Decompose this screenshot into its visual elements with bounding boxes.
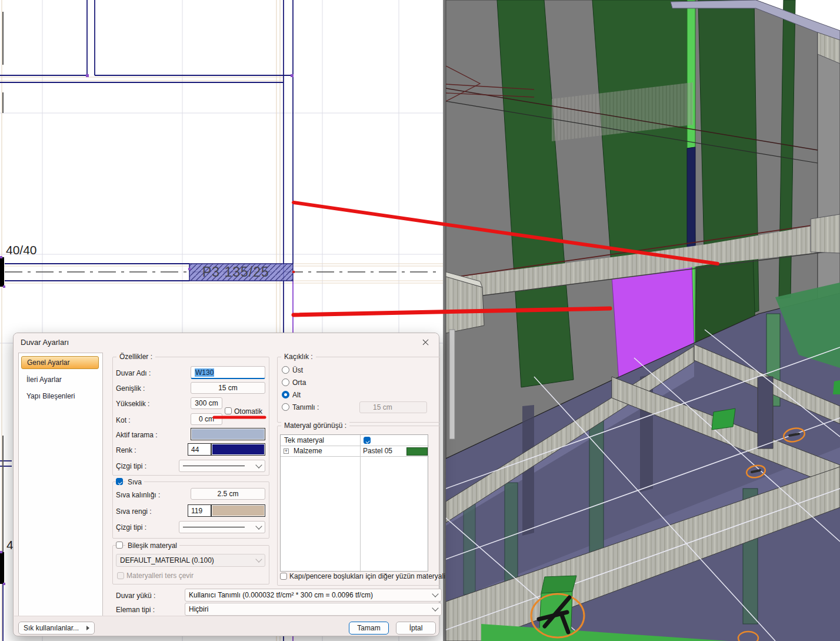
ok-button[interactable]: Tamam — [349, 622, 389, 635]
genislik-input[interactable]: 15 cm — [191, 382, 265, 394]
kaciklik-alt-label: Alt — [292, 391, 301, 399]
kot-input[interactable]: 0 cm — [191, 413, 222, 425]
yukseklik-input[interactable]: 300 cm — [191, 397, 222, 409]
kaciklik-ust-radio[interactable] — [282, 366, 289, 374]
siva-kalinligi-input[interactable]: 2.5 cm — [191, 488, 265, 500]
renk-swatch[interactable] — [211, 443, 265, 456]
line-type-glyph-2 — [183, 527, 245, 527]
chevron-down-icon — [255, 523, 262, 529]
cizgi-tipi-label: Çizgi tipi : — [116, 462, 146, 470]
siva-checkbox[interactable] — [116, 478, 123, 485]
malzeme-label: Malzeme — [294, 447, 322, 455]
arrow-right-icon — [86, 626, 89, 630]
cizgi-tipi-siva-dropdown[interactable] — [179, 521, 265, 533]
tek-materyal-checkbox[interactable] — [364, 437, 371, 444]
group-materyal-title: Materyal görünüşü : — [281, 421, 349, 430]
default-material-dropdown[interactable]: DEFAULT_MATERIAL (0.100) — [116, 554, 265, 567]
kaciklik-ust-label: Üst — [292, 366, 303, 374]
chevron-down-icon — [432, 590, 438, 597]
chevron-down-icon — [432, 605, 438, 611]
wall-section-fill — [0, 257, 4, 287]
kot-label: Kot : — [116, 416, 131, 424]
table-col-divider — [360, 435, 361, 572]
group-kaciklik-title: Kaçıklık : — [281, 353, 316, 361]
cizgi-tipi-dropdown[interactable] — [179, 460, 265, 472]
dim-label-40-40: 40/40 — [6, 243, 37, 257]
duvar-adi-input[interactable]: W130 — [191, 366, 265, 379]
otomatik-label: Otomatik — [234, 407, 262, 416]
dialog-titlebar[interactable]: Duvar Ayarları — [14, 333, 439, 351]
bilesik-materyal-label: Bileşik materyal — [125, 542, 179, 550]
eleman-tipi-label: Eleman tipi : — [116, 606, 155, 614]
malzeme-expander-icon[interactable]: + — [284, 449, 289, 454]
cizgi-tipi-siva-label: Çizgi tipi : — [116, 523, 146, 532]
kaciklik-tanimli-radio[interactable] — [282, 403, 289, 411]
ters-cevir-label: Materyalleri ters çevir — [126, 572, 194, 580]
kaciklik-tanimli-label: Tanımlı : — [292, 403, 319, 411]
chevron-down-icon — [255, 556, 262, 562]
duvar-yuku-label: Duvar yükü : — [116, 592, 155, 600]
pastel05-swatch[interactable] — [406, 447, 428, 456]
kaciklik-alt-radio[interactable] — [282, 391, 289, 398]
siva-rengi-swatch[interactable] — [211, 504, 265, 517]
duvar-adi-label: Duvar Adı : — [116, 369, 151, 377]
table-row-divider-2 — [281, 456, 429, 457]
siva-kalinligi-label: Sıva kalınlığı : — [116, 491, 160, 499]
tanimli-value-input[interactable]: 15 cm — [359, 401, 427, 413]
renk-number[interactable]: 44 — [188, 443, 211, 456]
siva-label: Sıva — [125, 478, 144, 486]
kaciklik-orta-label: Orta — [292, 378, 306, 387]
renk-label: Renk : — [116, 446, 136, 454]
aktif-tarama-label: Aktif tarama : — [116, 431, 158, 439]
diger-yuzun-checkbox[interactable] — [280, 573, 287, 580]
cancel-button[interactable]: İptal — [396, 622, 436, 635]
ters-cevir-checkbox[interactable] — [117, 572, 124, 579]
close-button[interactable] — [416, 336, 434, 348]
yukseklik-label: Yükseklik : — [116, 400, 149, 408]
wall-section-fill-2 — [0, 552, 4, 584]
tek-materyal-label: Tek materyal — [284, 436, 324, 444]
diger-yuzun-label: Kapı/pencere boşlukları için diğer yüzün… — [289, 572, 445, 580]
bilesik-materyal-checkbox[interactable] — [116, 542, 123, 549]
group-ozellikler-title: Özellikler : — [116, 353, 155, 361]
siva-rengi-number[interactable]: 119 — [188, 504, 211, 517]
eleman-tipi-dropdown[interactable]: Hiçbiri — [185, 603, 442, 616]
malzeme-value: Pastel 05 — [363, 447, 392, 455]
table-row-divider — [281, 446, 429, 446]
view-splitter[interactable] — [443, 0, 446, 641]
chevron-down-icon — [255, 461, 262, 468]
nav-item-genel-ayarlar[interactable]: Genel Ayarlar — [21, 356, 99, 369]
kaciklik-orta-radio[interactable] — [282, 378, 289, 386]
dialog-title: Duvar Ayarları — [21, 338, 69, 347]
app-window: P3 135/25 40/40 4 — [0, 0, 840, 641]
nav-item-ileri-ayarlar[interactable]: İleri Ayarlar — [21, 373, 104, 386]
materyal-table: Tek materyal + Malzeme Pastel 05 — [280, 434, 428, 572]
otomatik-checkbox[interactable] — [225, 407, 232, 414]
siva-rengi-label: Sıva rengi : — [116, 507, 152, 516]
favorites-button[interactable]: Sık kullanılanlar... — [18, 622, 95, 635]
beam-label: P3 135/25 — [202, 264, 269, 280]
line-type-glyph — [183, 466, 245, 466]
aktif-tarama-swatch[interactable] — [191, 428, 265, 440]
close-icon — [422, 339, 429, 346]
nav-item-yapi-bilesenleri[interactable]: Yapı Bileşenleri — [21, 390, 104, 403]
settings-nav-panel: Genel Ayarlar İleri Ayarlar Yapı Bileşen… — [18, 353, 103, 620]
duvar-ayarlari-dialog: Duvar Ayarları Genel Ayarlar İleri Ayarl… — [13, 333, 439, 636]
render-3d-view[interactable] — [446, 0, 840, 641]
genislik-label: Genişlik : — [116, 384, 145, 393]
duvar-yuku-dropdown[interactable]: Kullanıcı Tanımlı (0.000032 tf/cm² * 300… — [185, 589, 442, 602]
